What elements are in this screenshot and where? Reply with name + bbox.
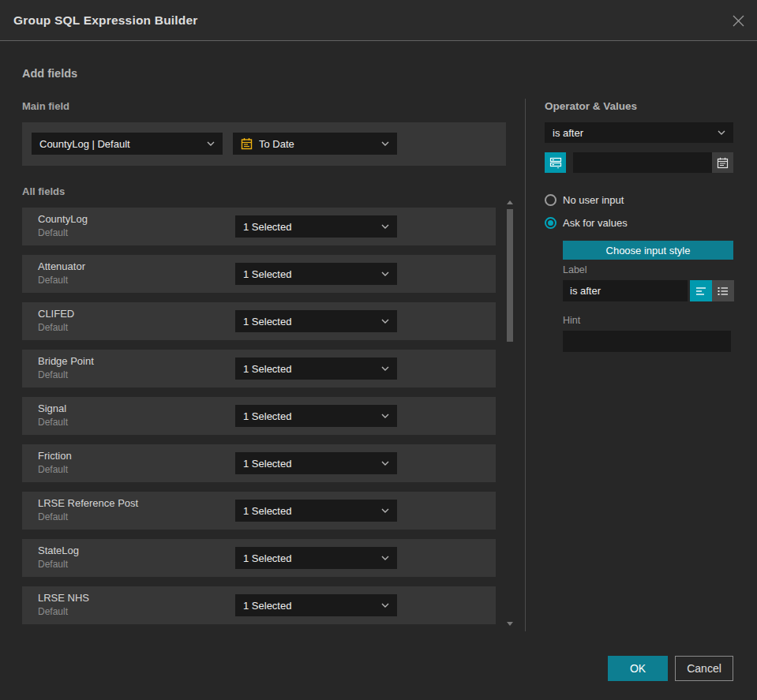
main-field-heading: Main field [22,100,69,112]
date-picker-button[interactable] [712,152,733,173]
date-field-dropdown-value: To Date [259,138,377,150]
field-selection-value: 1 Selected [243,363,377,375]
field-type: Default [38,559,68,570]
calendar-icon [241,137,253,150]
field-name: Attenuator [38,260,85,272]
chevron-down-icon [718,130,725,135]
field-selection-value: 1 Selected [243,221,377,233]
label-input[interactable] [563,280,688,301]
operator-values-heading: Operator & Values [545,100,637,112]
field-row: StateLog Default 1 Selected [22,539,496,577]
field-name: LRSE Reference Post [38,497,138,509]
chevron-down-icon [381,556,389,560]
field-selection-dropdown[interactable]: 1 Selected [235,215,397,238]
calendar-icon [717,157,729,169]
field-row: Attenuator Default 1 Selected [22,255,496,293]
chevron-down-icon [381,141,389,146]
chevron-down-icon [207,141,215,146]
radio-unselected-icon [545,194,557,206]
label-caption: Label [563,264,587,275]
field-type: Default [38,227,68,238]
choose-input-style-button[interactable]: Choose input style [563,241,733,260]
scrollbar-up-arrow[interactable] [507,200,513,204]
chevron-down-icon [381,603,389,608]
field-name: StateLog [38,545,79,556]
field-type: Default [38,322,68,333]
operator-dropdown[interactable]: is after [545,122,733,143]
main-field-dropdown-value: CountyLog | Default [39,138,202,150]
chevron-down-icon [381,271,389,276]
field-selection-dropdown[interactable]: 1 Selected [235,263,397,285]
radio-no-user-input-label: No user input [563,194,624,206]
field-type: Default [38,511,68,522]
close-button[interactable] [729,11,748,30]
field-type: Default [38,464,68,475]
date-field-dropdown[interactable]: To Date [233,133,397,155]
group-sql-expression-builder-dialog: Group SQL Expression Builder Add fields … [0,0,757,700]
close-icon [731,13,746,28]
field-row: LRSE NHS Default 1 Selected [22,586,496,624]
field-selection-value: 1 Selected [243,505,377,517]
field-selection-dropdown[interactable]: 1 Selected [235,310,397,332]
ok-button[interactable]: OK [608,656,668,681]
field-selection-dropdown[interactable]: 1 Selected [235,594,397,616]
field-selection-value: 1 Selected [243,600,377,612]
value-input[interactable] [573,152,712,173]
field-row: CLIFED Default 1 Selected [22,302,496,340]
hint-input[interactable] [563,331,731,352]
field-name: Friction [38,450,72,462]
field-selection-value: 1 Selected [243,458,377,470]
main-field-dropdown[interactable]: CountyLog | Default [32,133,223,155]
field-type: Default [38,275,68,286]
field-name: Bridge Point [38,355,94,367]
list-value-style-button[interactable] [712,280,734,301]
field-name: Signal [38,402,66,414]
field-selection-dropdown[interactable]: 1 Selected [235,500,397,522]
field-selection-value: 1 Selected [243,316,377,328]
field-type: Default [38,417,68,428]
scrollbar-down-arrow[interactable] [507,622,513,626]
chevron-down-icon [381,366,389,371]
stack-icon [549,156,562,169]
field-row: CountyLog Default 1 Selected [22,208,496,245]
field-selection-dropdown[interactable]: 1 Selected [235,547,397,569]
field-selection-value: 1 Selected [243,552,377,564]
chevron-down-icon [381,414,389,418]
cancel-button[interactable]: Cancel [675,656,733,681]
field-row: Bridge Point Default 1 Selected [22,350,496,387]
field-name: LRSE NHS [38,592,89,604]
field-row: Signal Default 1 Selected [22,397,496,435]
scrollbar-thumb[interactable] [507,209,513,342]
radio-ask-for-values[interactable]: Ask for values [545,215,628,230]
main-field-panel: CountyLog | Default To Date [22,122,506,166]
field-selection-dropdown[interactable]: 1 Selected [235,405,397,427]
single-value-style-button[interactable] [690,280,712,301]
field-name: CountyLog [38,213,88,225]
panel-divider [525,99,526,631]
field-type: Default [38,606,68,617]
align-left-icon [695,286,706,296]
radio-selected-icon [545,217,557,229]
field-row: LRSE Reference Post Default 1 Selected [22,492,496,530]
list-icon [718,286,729,296]
field-row: Friction Default 1 Selected [22,444,496,482]
field-type: Default [38,369,68,380]
all-fields-list: CountyLog Default 1 Selected Attenuator … [22,208,496,634]
radio-ask-for-values-label: Ask for values [563,217,628,229]
field-selection-dropdown[interactable]: 1 Selected [235,357,397,380]
dialog-title: Group SQL Expression Builder [13,0,198,41]
chevron-down-icon [381,508,389,513]
chevron-down-icon [381,319,389,324]
chevron-down-icon [381,461,389,466]
all-fields-heading: All fields [22,185,65,197]
hint-caption: Hint [563,315,580,326]
chevron-down-icon [381,224,389,229]
radio-no-user-input[interactable]: No user input [545,193,624,207]
operator-dropdown-value: is after [553,127,713,139]
field-name: CLIFED [38,308,74,320]
value-type-button[interactable] [545,152,566,173]
title-bar: Group SQL Expression Builder [0,0,757,41]
field-selection-value: 1 Selected [243,410,377,422]
field-selection-value: 1 Selected [243,268,377,280]
field-selection-dropdown[interactable]: 1 Selected [235,452,397,474]
